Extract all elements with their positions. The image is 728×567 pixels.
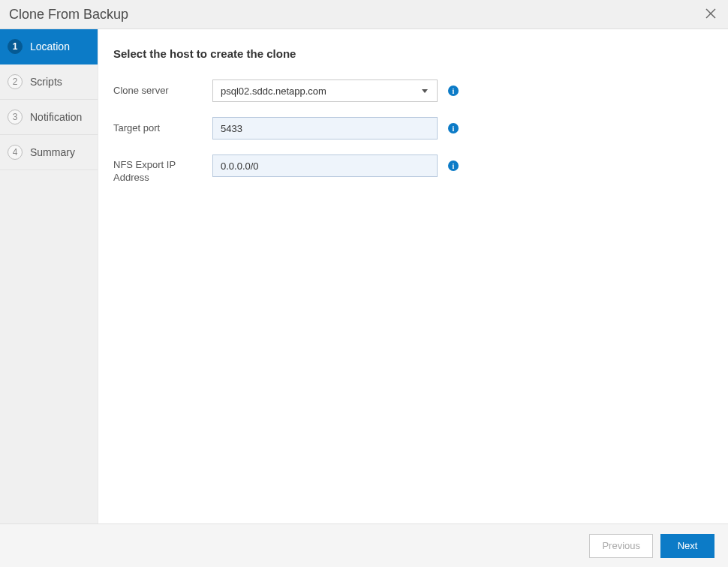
- target-port-value: 5433: [221, 123, 242, 134]
- svg-text:i: i: [453, 124, 455, 133]
- target-port-input[interactable]: 5433: [212, 117, 438, 140]
- step-number: 2: [8, 74, 23, 89]
- next-button[interactable]: Next: [660, 534, 714, 558]
- nfs-export-value: 0.0.0.0/0: [221, 160, 259, 172]
- info-icon[interactable]: i: [448, 160, 459, 171]
- clone-server-row: Clone server psql02.sddc.netapp.com i: [113, 80, 713, 102]
- step-notification[interactable]: 3 Notification: [0, 100, 98, 135]
- target-port-row: Target port 5433 i: [113, 117, 713, 140]
- step-scripts[interactable]: 2 Scripts: [0, 64, 98, 100]
- step-number: 4: [8, 145, 23, 160]
- clone-server-label: Clone server: [113, 85, 212, 98]
- nfs-export-input[interactable]: 0.0.0.0/0: [212, 154, 438, 177]
- info-icon[interactable]: i: [448, 86, 459, 96]
- svg-text:i: i: [453, 87, 455, 95]
- step-label: Location: [30, 40, 70, 52]
- main-panel: Select the host to create the clone Clon…: [98, 29, 728, 524]
- step-label: Scripts: [30, 76, 62, 88]
- target-port-label: Target port: [113, 122, 212, 135]
- clone-server-value: psql02.sddc.netapp.com: [221, 86, 326, 97]
- info-icon[interactable]: i: [448, 123, 459, 134]
- clone-server-dropdown[interactable]: psql02.sddc.netapp.com: [212, 80, 438, 102]
- step-number: 3: [8, 110, 23, 124]
- close-icon[interactable]: [705, 8, 716, 21]
- wizard-sidebar: 1 Location 2 Scripts 3 Notification 4 Su…: [0, 29, 98, 524]
- step-location[interactable]: 1 Location: [0, 29, 98, 64]
- page-heading: Select the host to create the clone: [113, 47, 713, 60]
- nfs-export-row: NFS Export IP Address 0.0.0.0/0 i: [113, 154, 713, 184]
- dialog-title: Clone From Backup: [9, 7, 128, 22]
- svg-text:i: i: [453, 162, 455, 170]
- nfs-export-label: NFS Export IP Address: [113, 154, 212, 184]
- chevron-down-icon: [422, 89, 428, 93]
- footer: Previous Next: [0, 524, 728, 567]
- step-number: 1: [8, 39, 23, 54]
- clone-from-backup-dialog: Clone From Backup 1 Location 2 Scripts 3…: [0, 0, 728, 567]
- step-summary[interactable]: 4 Summary: [0, 135, 98, 170]
- step-label: Notification: [30, 111, 82, 123]
- titlebar: Clone From Backup: [0, 0, 728, 29]
- step-label: Summary: [30, 146, 75, 158]
- previous-button[interactable]: Previous: [589, 534, 653, 558]
